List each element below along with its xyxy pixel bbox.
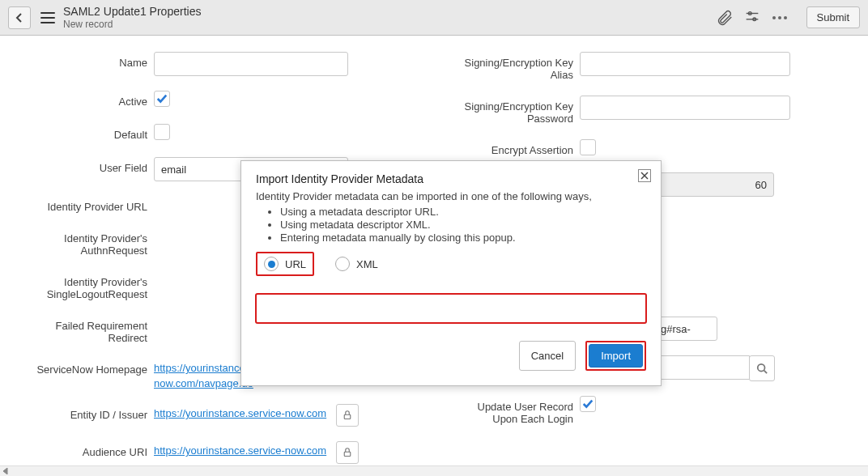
sign-key-alias-label: Signing/Encryption Key Alias	[434, 52, 580, 81]
svg-line-7	[764, 371, 768, 374]
import-button-highlight: Import	[585, 341, 646, 371]
settings-sliders-icon[interactable]	[743, 9, 761, 27]
dialog-title: Import Identity Provider Metadata	[256, 172, 646, 185]
active-label: Active	[24, 91, 154, 108]
sign-key-alias-input[interactable]	[580, 52, 790, 76]
sn-homepage-label: ServiceNow Homepage	[24, 359, 154, 376]
update-user-checkbox[interactable]	[580, 396, 596, 412]
import-idp-metadata-dialog: Import Identity Provider Metadata Identi…	[240, 160, 662, 386]
horizontal-scrollbar[interactable]	[0, 465, 868, 476]
close-icon	[640, 172, 649, 180]
menu-icon[interactable]	[40, 12, 55, 23]
default-label: Default	[24, 124, 154, 141]
metadata-url-input[interactable]	[257, 295, 645, 322]
header-bar: SAML2 Update1 Properties New record Subm…	[0, 0, 868, 36]
encrypt-assertion-checkbox[interactable]	[580, 139, 596, 155]
dialog-actions: Cancel Import	[256, 341, 646, 371]
idp-slo-label: Identity Provider's SingleLogoutRequest	[24, 271, 154, 300]
more-actions-icon[interactable]	[771, 9, 789, 27]
chevron-left-icon	[15, 13, 24, 23]
scroll-left-arrow[interactable]	[0, 466, 11, 477]
radio-option-xml[interactable]: XML	[329, 253, 385, 274]
svg-marker-10	[3, 468, 7, 474]
audience-uri-lock-button[interactable]	[336, 441, 359, 464]
failed-redirect-label: Failed Requirement Redirect	[24, 315, 154, 344]
svg-rect-5	[344, 452, 351, 456]
encrypt-assertion-label: Encrypt Assertion	[434, 139, 580, 156]
import-button[interactable]: Import	[589, 344, 643, 368]
svg-rect-4	[344, 414, 351, 419]
name-input[interactable]	[154, 52, 348, 76]
submit-button[interactable]: Submit	[806, 6, 860, 28]
entity-id-link[interactable]: https://yourinstance.service-now.com	[154, 407, 326, 419]
page-title: SAML2 Update1 Properties	[63, 5, 201, 19]
dialog-close-button[interactable]	[638, 169, 651, 182]
dialog-bullet-list: Using a metadata descriptor URL. Using m…	[280, 206, 646, 244]
idp-authn-label: Identity Provider's AuthnRequest	[24, 227, 154, 257]
dialog-bullet: Using a metadata descriptor URL.	[280, 206, 646, 218]
sign-key-pw-label: Signing/Encryption Key Password	[434, 96, 580, 125]
audience-uri-label: Audience URI	[24, 441, 154, 458]
svg-point-6	[758, 364, 765, 372]
active-checkbox[interactable]	[154, 91, 170, 107]
name-label: Name	[24, 52, 154, 69]
default-checkbox[interactable]	[154, 124, 170, 140]
idp-url-label: Identity Provider URL	[24, 196, 154, 213]
radio-url[interactable]	[264, 257, 279, 271]
radio-url-label: URL	[285, 258, 306, 270]
metadata-type-radio-group: URL XML	[256, 252, 646, 276]
audience-uri-link[interactable]: https://yourinstance.service-now.com	[154, 444, 326, 457]
entity-id-label: Entity ID / Issuer	[24, 404, 154, 421]
page-title-block: SAML2 Update1 Properties New record	[63, 5, 201, 30]
lookup-search-button[interactable]	[749, 355, 775, 381]
attachment-icon[interactable]	[716, 9, 734, 27]
update-user-label: Update User Record Upon Each Login	[434, 396, 580, 425]
sign-key-pw-input[interactable]	[580, 96, 790, 120]
dialog-bullet: Entering metadata manually by closing th…	[280, 232, 646, 244]
radio-xml-label: XML	[356, 258, 378, 270]
page-subtitle: New record	[63, 19, 201, 30]
cancel-button[interactable]: Cancel	[519, 341, 576, 371]
user-field-label: User Field	[24, 157, 154, 174]
dialog-bullet: Using metadata descriptor XML.	[280, 219, 646, 231]
dialog-desc: Identity Provider metadata can be import…	[256, 190, 646, 202]
radio-xml[interactable]	[335, 257, 350, 271]
metadata-url-input-wrap	[256, 294, 646, 323]
search-icon	[756, 363, 768, 374]
radio-option-url[interactable]: URL	[256, 252, 314, 276]
sn-homepage-link-2[interactable]: now.com/navpage.do	[154, 377, 253, 389]
header-tools: Submit	[716, 6, 860, 28]
back-button[interactable]	[8, 6, 31, 29]
entity-id-lock-button[interactable]	[336, 404, 359, 427]
